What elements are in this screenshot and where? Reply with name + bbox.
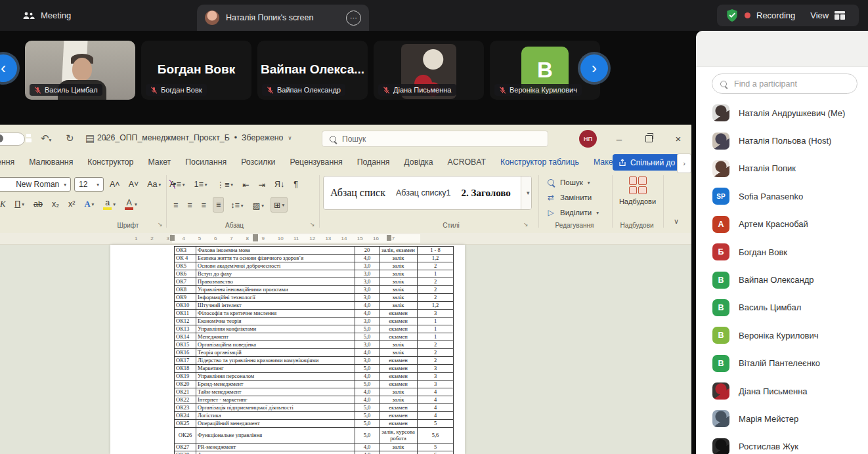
tab-overflow-button[interactable]: › bbox=[677, 154, 691, 173]
table-row[interactable]: ОК3Фахова іноземна мова20залік, екзамен1… bbox=[175, 247, 454, 255]
indent-marker-icon[interactable] bbox=[253, 234, 258, 241]
grow-font-button[interactable]: A˄ bbox=[107, 177, 123, 192]
right-indent-marker-icon[interactable] bbox=[387, 235, 391, 241]
ribbon-tab-Вставлення[interactable]: Вставлення bbox=[0, 157, 22, 167]
participant-list-item[interactable]: Марія Мейстер bbox=[696, 405, 868, 432]
table-row[interactable]: ОК6Вступ до фаху3,0залік1 bbox=[175, 270, 454, 278]
multilevel-list-button[interactable]: ⋮≡▾ bbox=[213, 177, 236, 192]
word-search-box[interactable]: Пошук bbox=[322, 131, 548, 147]
video-tile[interactable]: Василь Цимбал bbox=[25, 41, 135, 100]
font-size-select[interactable]: 12▾ bbox=[74, 177, 104, 192]
filmstrip-prev-button[interactable]: ‹ bbox=[0, 54, 17, 82]
participant-list-item[interactable]: Наталія Попик bbox=[696, 155, 868, 182]
style-chip[interactable]: 2. Заголово bbox=[462, 188, 511, 199]
participant-list-item[interactable]: ВВероніка Курилович bbox=[696, 321, 868, 349]
account-badge[interactable]: НП bbox=[579, 130, 597, 148]
sort-button[interactable]: Я↓ bbox=[272, 177, 287, 192]
pilcrow-button[interactable]: ¶ bbox=[291, 177, 301, 192]
font-color-button[interactable]: А▾ bbox=[122, 197, 140, 211]
participant-search-input[interactable] bbox=[733, 79, 849, 89]
ribbon-tab-Конструктор[interactable]: Конструктор bbox=[80, 157, 141, 167]
participant-list-item[interactable]: SPSofia Panasenko bbox=[696, 182, 868, 210]
bullet-list-button[interactable]: •≡▾ bbox=[171, 177, 187, 192]
indent-marker-icon[interactable] bbox=[170, 235, 175, 241]
close-button[interactable]: × bbox=[668, 130, 688, 147]
table-row[interactable]: ОК 4Безпека життя та основи фізичного зд… bbox=[175, 255, 454, 262]
video-tile[interactable]: Богдан ВовкБогдан Вовк bbox=[141, 41, 251, 100]
more-options-icon[interactable]: ⋯ bbox=[346, 10, 361, 26]
video-tile[interactable]: Вайпан Олекса...Вайпан Олександр bbox=[257, 41, 368, 100]
table-row[interactable]: ОК10Штучний інтелект4,0залік1,2 bbox=[175, 302, 454, 310]
participant-list-item[interactable]: ВВасиль Цимбал bbox=[696, 294, 868, 321]
dialog-launcher-icon[interactable]: ↘ bbox=[158, 221, 163, 228]
numbered-list-button[interactable]: 1≡▾ bbox=[191, 177, 209, 192]
table-row[interactable]: ОК8Управління інноваційними проєктами3,0… bbox=[175, 286, 454, 294]
find-button[interactable]: Пошук▾ bbox=[546, 176, 599, 188]
ribbon-tab-Конструктор таблиць[interactable]: Конструктор таблиць bbox=[493, 157, 586, 167]
ribbon-tab-Макет[interactable]: Макет bbox=[141, 157, 178, 167]
table-row[interactable]: ОК27PR-менеджмент4,0залік5 bbox=[175, 444, 454, 451]
italic-button[interactable]: К bbox=[0, 197, 8, 211]
style-gallery-more-button[interactable]: ▾ bbox=[521, 176, 532, 209]
dialog-launcher-icon[interactable]: ↘ bbox=[310, 221, 315, 228]
table-row[interactable]: ОК17Лідерство та управління кризовими ко… bbox=[175, 357, 454, 365]
ribbon-tab-ACROBAT[interactable]: ACROBAT bbox=[441, 157, 494, 167]
participant-list-item[interactable]: ББогдан Вовк bbox=[696, 238, 868, 266]
redo-button[interactable]: ↻ bbox=[66, 132, 74, 145]
table-row[interactable]: ОК9Інформаційні технології3,0залік2 bbox=[175, 294, 454, 302]
participant-list-item[interactable]: Наталія Польова (Host) bbox=[696, 127, 868, 154]
change-case-button[interactable]: Aa▾ bbox=[144, 177, 163, 192]
subscript-button[interactable]: x₂ bbox=[49, 197, 62, 211]
table-row[interactable]: ОК24Логістика5,0екзамен4 bbox=[175, 412, 454, 420]
participant-list-item[interactable]: Ростислав Жук bbox=[696, 433, 868, 454]
table-row[interactable]: ОК5Основи академічної доброчесності3,0за… bbox=[175, 262, 454, 270]
table-row[interactable]: ОК11Філософія та критичне мислення4,0екз… bbox=[175, 310, 454, 318]
table-row[interactable]: ОК20Бренд-менеджмент5,0екзамен3 bbox=[175, 381, 454, 388]
participant-list-item[interactable]: ААртем Краснобай bbox=[696, 211, 868, 238]
ribbon-collapse-icon[interactable]: ∨ bbox=[674, 217, 679, 226]
superscript-button[interactable]: x² bbox=[66, 197, 77, 211]
replace-button[interactable]: ⇄Замінити bbox=[546, 192, 599, 203]
font-name-select[interactable]: New Roman▾ bbox=[0, 177, 71, 192]
filmstrip-next-button[interactable]: › bbox=[580, 54, 608, 82]
table-row[interactable]: ОК13Управління конфліктами5,0екзамен1 bbox=[175, 325, 454, 333]
justify-button[interactable]: ≡ bbox=[213, 197, 224, 213]
tab-shared-screen[interactable]: Наталія Попик's screen ⋯ bbox=[197, 5, 369, 31]
shrink-font-button[interactable]: A˅ bbox=[126, 177, 142, 192]
curriculum-table[interactable]: ОК3Фахова іноземна мова20залік, екзамен1… bbox=[174, 246, 454, 454]
autosave-toggle[interactable] bbox=[0, 133, 25, 146]
participant-list-item[interactable]: ВВайпан Олександр bbox=[696, 266, 868, 293]
align-left-button[interactable]: ≡ bbox=[171, 198, 181, 213]
table-row[interactable]: ОК19Управління персоналом4,0екзамен3 bbox=[175, 373, 454, 381]
restore-button[interactable] bbox=[639, 130, 659, 147]
table-row[interactable]: ОК22Інтернет - маркетинг4,0залік4 bbox=[175, 396, 454, 404]
table-row[interactable]: ОК23Організація підприємницької діяльнос… bbox=[175, 404, 454, 412]
ribbon-tab-Малювання[interactable]: Малювання bbox=[22, 157, 80, 167]
decrease-indent-button[interactable]: ⇤ bbox=[240, 177, 251, 192]
table-row[interactable]: ОК14Менеджмент5,0екзамен1 bbox=[175, 333, 454, 341]
align-right-button[interactable]: ≡ bbox=[199, 198, 209, 213]
underline-button[interactable]: П▾ bbox=[12, 197, 27, 211]
style-chip[interactable]: Абзац списку1 bbox=[396, 188, 451, 197]
ribbon-tab-Довідка[interactable]: Довідка bbox=[397, 157, 440, 167]
participant-list-item[interactable]: Наталія Андрушкевич (Me) bbox=[696, 99, 868, 127]
participant-search-box[interactable] bbox=[712, 73, 857, 94]
ribbon-tab-Подання[interactable]: Подання bbox=[350, 157, 397, 167]
view-grid-icon[interactable] bbox=[835, 11, 845, 20]
horizontal-ruler[interactable]: 1234567891011121314151617 bbox=[0, 233, 691, 245]
video-tile[interactable]: Діана Письменна bbox=[374, 41, 484, 100]
table-row[interactable]: ОК28А4,06 bbox=[175, 451, 454, 454]
ribbon-tab-Рецензування[interactable]: Рецензування bbox=[283, 157, 350, 167]
participant-list-item[interactable]: Діана Письменна bbox=[696, 377, 868, 405]
security-shield-icon[interactable] bbox=[726, 9, 739, 22]
highlight-button[interactable]: а▾ bbox=[100, 197, 118, 211]
shading-button[interactable]: ▨▾ bbox=[250, 198, 267, 213]
document-page[interactable]: ОК3Фахова іноземна мова20залік, екзамен1… bbox=[110, 245, 465, 454]
line-spacing-button[interactable]: ↕≡▾ bbox=[228, 198, 246, 213]
tab-meeting[interactable]: Meeting bbox=[22, 0, 71, 31]
undo-button[interactable]: ↶▾ bbox=[41, 132, 51, 147]
table-row[interactable]: ОК18Маркетинг5,0екзамен3 bbox=[175, 365, 454, 373]
table-row[interactable]: ОК26Функціональне управління5,0залік, ку… bbox=[175, 428, 454, 444]
participant-list-item[interactable]: ВВіталій Пантелеєнко bbox=[696, 350, 868, 377]
style-chip[interactable]: Абзац списк bbox=[330, 187, 385, 199]
